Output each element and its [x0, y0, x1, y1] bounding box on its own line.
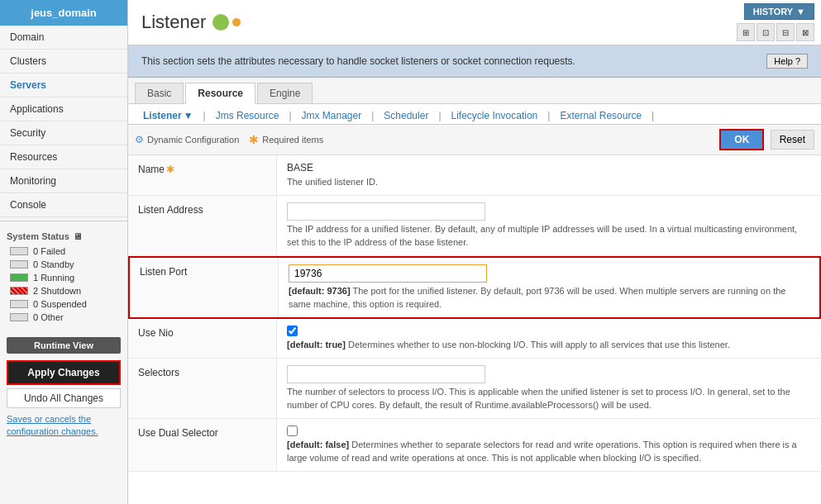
undo-changes-button[interactable]: Undo All Changes — [7, 388, 121, 408]
form-row-listen-port: Listen Port [default: 9736] The port for… — [128, 256, 821, 319]
required-items-item: ✱ Required items — [249, 133, 323, 146]
dual-selector-content: [default: false] Determines whether to s… — [277, 419, 821, 471]
page-header: Listener HISTORY ▼ ⊞ ⊡ ⊟ ⊠ — [128, 0, 821, 45]
listen-address-input[interactable] — [287, 202, 485, 221]
system-status-panel: System Status 🖥 0 Failed 0 Standby 1 Run… — [0, 221, 127, 330]
form-row-use-nio: Use Nio [default: true] Determines wheth… — [128, 319, 821, 359]
use-nio-desc: [default: true] Determines whether to us… — [287, 339, 811, 351]
toolbar-icon-4[interactable]: ⊠ — [796, 23, 814, 41]
sidebar: jeus_domain Domain Clusters Servers Appl… — [0, 0, 128, 504]
dual-selector-label: Use Dual Selector — [128, 419, 277, 471]
listen-port-input[interactable] — [289, 264, 487, 283]
listen-address-label: Listen Address — [128, 196, 277, 255]
running-indicator — [10, 273, 28, 282]
asterisk-icon: ✱ — [249, 133, 259, 146]
subtab-jms-resource[interactable]: Jms Resource — [208, 107, 288, 124]
listen-port-desc: [default: 9736] The port for the unified… — [289, 285, 809, 311]
subtab-jmx-manager[interactable]: Jmx Manager — [294, 107, 370, 124]
dropdown-arrow-icon: ▼ — [184, 110, 193, 121]
subtab-external-resource[interactable]: External Resource — [551, 107, 650, 124]
listen-address-content: The IP address for a unified listener. B… — [277, 196, 821, 255]
listen-port-label: Listen Port — [130, 258, 279, 317]
reset-button[interactable]: Reset — [771, 130, 814, 150]
selectors-input[interactable] — [287, 365, 485, 383]
form-row-dual-selector: Use Dual Selector [default: false] Deter… — [128, 419, 821, 472]
form-section: Name✱ BASE The unified listener ID. List… — [128, 155, 821, 472]
name-value: BASE — [287, 162, 811, 174]
tab-resource[interactable]: Resource — [185, 83, 255, 104]
sidebar-item-console[interactable]: Console — [0, 193, 127, 217]
apply-changes-button[interactable]: Apply Changes — [7, 360, 121, 385]
suspended-indicator — [10, 300, 28, 308]
dynamic-config-item: ⚙ Dynamic Configuration — [135, 134, 239, 145]
subtab-lifecycle-invocation[interactable]: Lifecycle Invocation — [443, 107, 547, 124]
info-banner: This section sets the attributes necessa… — [128, 45, 821, 78]
header-left: Listener — [128, 0, 254, 45]
selectors-desc: The number of selectors to process I/O. … — [287, 386, 811, 411]
toolbar-icon-2[interactable]: ⊡ — [757, 23, 775, 41]
subtab-listener[interactable]: Listener ▼ — [135, 107, 202, 124]
config-bar-left: ⚙ Dynamic Configuration ✱ Required items — [135, 133, 323, 146]
name-content: BASE The unified listener ID. — [277, 155, 821, 195]
sidebar-item-resources[interactable]: Resources — [0, 145, 127, 169]
main-panel: Listener HISTORY ▼ ⊞ ⊡ ⊟ ⊠ — [128, 0, 821, 504]
selectors-content: The number of selectors to process I/O. … — [277, 359, 821, 418]
sidebar-item-clusters[interactable]: Clusters — [0, 50, 127, 74]
standby-indicator — [10, 260, 28, 269]
tab-basic[interactable]: Basic — [135, 83, 184, 103]
status-suspended: 0 Suspended — [7, 297, 121, 311]
form-row-name: Name✱ BASE The unified listener ID. — [128, 155, 821, 196]
history-button[interactable]: HISTORY ▼ — [744, 3, 814, 20]
content-area: This section sets the attributes necessa… — [128, 45, 821, 504]
page-title: Listener — [141, 12, 206, 33]
sidebar-item-applications[interactable]: Applications — [0, 97, 127, 121]
required-star: ✱ — [166, 164, 174, 175]
dual-selector-checkbox-item — [287, 426, 811, 436]
config-bar: ⚙ Dynamic Configuration ✱ Required items… — [128, 125, 821, 155]
subtab-scheduler[interactable]: Scheduler — [375, 107, 437, 124]
listen-port-content: [default: 9736] The port for the unified… — [279, 258, 819, 317]
listen-address-desc: The IP address for a unified listener. B… — [287, 223, 811, 249]
sidebar-item-monitoring[interactable]: Monitoring — [0, 169, 127, 193]
form-row-listen-address: Listen Address The IP address for a unif… — [128, 196, 821, 256]
sidebar-item-security[interactable]: Security — [0, 121, 127, 145]
runtime-view-label: Runtime View — [7, 337, 121, 354]
help-button[interactable]: Help ? — [766, 54, 808, 69]
status-standby: 0 Standby — [7, 258, 121, 271]
shutdown-indicator — [10, 287, 28, 295]
save-cancel-link[interactable]: Saves or cancels the configuration chang… — [7, 413, 121, 439]
status-running: 1 Running — [7, 271, 121, 284]
use-nio-checkbox-item — [287, 326, 811, 336]
toolbar-icon-1[interactable]: ⊞ — [737, 23, 755, 41]
other-indicator — [10, 313, 28, 321]
selectors-label: Selectors — [128, 359, 277, 418]
tab-engine[interactable]: Engine — [257, 83, 313, 103]
sidebar-item-domain[interactable]: Domain — [0, 26, 127, 50]
status-orange-dot — [232, 18, 241, 26]
main-tabs: Basic Resource Engine — [128, 78, 821, 104]
system-status-title: System Status 🖥 — [7, 228, 121, 245]
use-nio-label: Use Nio — [128, 319, 277, 358]
monitor-icon: 🖥 — [73, 231, 82, 241]
sidebar-item-servers[interactable]: Servers — [0, 74, 127, 97]
failed-indicator — [10, 247, 28, 255]
toolbar-icons: ⊞ ⊡ ⊟ ⊠ — [737, 23, 814, 41]
form-row-selectors: Selectors The number of selectors to pro… — [128, 359, 821, 419]
gear-icon: ⚙ — [135, 134, 144, 145]
config-bar-buttons: OK Reset — [719, 129, 814, 150]
sidebar-domain-title[interactable]: jeus_domain — [0, 0, 127, 26]
info-text: This section sets the attributes necessa… — [141, 55, 575, 67]
toolbar-icon-3[interactable]: ⊟ — [776, 23, 795, 41]
use-nio-checkbox[interactable] — [287, 326, 298, 336]
header-right: HISTORY ▼ ⊞ ⊡ ⊟ ⊠ — [730, 0, 821, 45]
name-label: Name✱ — [128, 155, 277, 195]
sub-tabs: Listener ▼ | Jms Resource | Jmx Manager … — [128, 104, 821, 125]
chevron-down-icon: ▼ — [796, 7, 805, 17]
dual-selector-checkbox[interactable] — [287, 426, 298, 436]
required-items-label: Required items — [262, 135, 323, 145]
status-shutdown: 2 Shutdown — [7, 284, 121, 297]
dual-selector-desc: [default: false] Determines whether to s… — [287, 439, 811, 464]
ok-button[interactable]: OK — [719, 129, 764, 150]
use-nio-content: [default: true] Determines whether to us… — [277, 319, 821, 358]
status-failed: 0 Failed — [7, 245, 121, 258]
